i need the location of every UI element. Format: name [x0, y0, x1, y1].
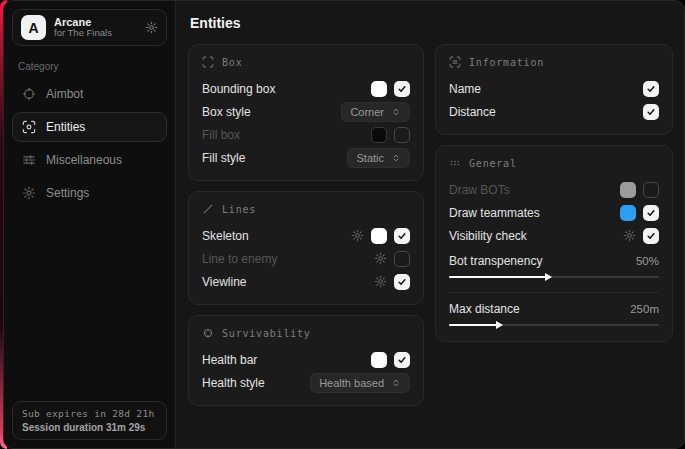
fill-box-color-swatch[interactable]: [371, 127, 387, 143]
distance-checkbox[interactable]: [643, 104, 659, 120]
sidebar-item-label: Aimbot: [46, 87, 83, 101]
slider-label: Bot transpenency: [449, 254, 542, 268]
dropdown-value: Corner: [350, 106, 384, 118]
lines-card-header: Lines: [202, 203, 410, 215]
dropdown-value: Health based: [319, 377, 384, 389]
check-icon: [646, 231, 656, 241]
bot-transparency-slider[interactable]: [449, 272, 659, 282]
app-title-block: Arcane for The Finals: [54, 16, 112, 40]
lines-card-title: Lines: [222, 204, 256, 215]
health-style-dropdown[interactable]: Health based: [310, 373, 410, 393]
sub-expiry-text: Sub expires in 28d 21h: [22, 408, 157, 419]
viewline-checkbox[interactable]: [394, 274, 410, 290]
row-label: Health style: [202, 376, 265, 390]
lines-card: Lines Skeleton: [188, 191, 424, 305]
bot-transparency-value: 50%: [636, 255, 659, 267]
row-label: Draw BOTs: [449, 183, 510, 197]
category-label: Category: [18, 61, 161, 72]
information-card-header: Information: [449, 56, 659, 68]
row-label: Bounding box: [202, 82, 275, 96]
gear-icon[interactable]: [374, 252, 387, 265]
skeleton-row: Skeleton: [202, 224, 410, 247]
skeleton-checkbox[interactable]: [394, 228, 410, 244]
line-to-enemy-checkbox[interactable]: [394, 251, 410, 267]
row-label: Fill style: [202, 151, 245, 165]
chevrons-up-down-icon: [391, 153, 401, 163]
gear-icon[interactable]: [623, 229, 636, 242]
row-label: Box style: [202, 105, 251, 119]
survivability-card: Survivability Health bar: [188, 315, 424, 406]
fill-box-row: Fill box: [202, 123, 410, 146]
bounding-box-checkbox[interactable]: [394, 81, 410, 97]
draw-bots-color-swatch[interactable]: [620, 182, 636, 198]
check-icon: [397, 277, 407, 287]
check-icon: [646, 208, 656, 218]
max-distance-slider[interactable]: [449, 320, 659, 330]
chevrons-up-down-icon: [391, 107, 401, 117]
gear-icon[interactable]: [145, 21, 158, 34]
sidebar-item-aimbot[interactable]: Aimbot: [12, 79, 167, 109]
draw-bots-row: Draw BOTs: [449, 178, 659, 201]
app-brand-card: A Arcane for The Finals: [12, 9, 167, 46]
health-style-row: Health style Health based: [202, 371, 410, 394]
gear-icon[interactable]: [374, 275, 387, 288]
sidebar-item-label: Miscellaneous: [46, 153, 122, 167]
sidebar-item-entities[interactable]: Entities: [12, 112, 167, 142]
box-style-row: Box style Corner: [202, 100, 410, 123]
visibility-check-checkbox[interactable]: [643, 228, 659, 244]
information-card-title: Information: [469, 57, 544, 68]
health-bar-row: Health bar: [202, 348, 410, 371]
line-to-enemy-row: Line to enemy: [202, 247, 410, 270]
slider-fill: [449, 276, 546, 278]
draw-teammates-color-swatch[interactable]: [620, 205, 636, 221]
subscription-status-card: Sub expires in 28d 21h Session duration …: [12, 401, 167, 440]
box-style-dropdown[interactable]: Corner: [341, 102, 410, 122]
row-label: Skeleton: [202, 229, 249, 243]
information-card: Information Name Distance: [435, 44, 673, 135]
gear-icon[interactable]: [351, 229, 364, 242]
row-label: Fill box: [202, 128, 240, 142]
sidebar-item-settings[interactable]: Settings: [12, 178, 167, 208]
draw-teammates-row: Draw teammates: [449, 201, 659, 224]
fill-style-dropdown[interactable]: Static: [347, 148, 410, 168]
gear-icon: [22, 186, 36, 200]
skeleton-color-swatch[interactable]: [371, 228, 387, 244]
bot-transparency-setting: Bot transpenency 50%: [449, 254, 659, 282]
survivability-card-header: Survivability: [202, 327, 410, 339]
dropdown-value: Static: [356, 152, 384, 164]
distance-row: Distance: [449, 100, 659, 123]
line-icon: [202, 203, 214, 215]
window-body: A Arcane for The Finals Category: [3, 0, 685, 449]
check-icon: [646, 107, 656, 117]
chevrons-up-down-icon: [391, 378, 401, 388]
fill-box-checkbox[interactable]: [394, 127, 410, 143]
check-icon: [646, 84, 656, 94]
sliders-icon: [22, 153, 36, 167]
slider-thumb-arrow-icon[interactable]: [496, 321, 503, 329]
sidebar-item-miscellaneous[interactable]: Miscellaneous: [12, 145, 167, 175]
name-checkbox[interactable]: [643, 81, 659, 97]
app-window: A Arcane for The Finals Category: [0, 0, 685, 449]
max-distance-value: 250m: [630, 303, 659, 315]
visibility-check-row: Visibility check: [449, 224, 659, 247]
row-label: Line to enemy: [202, 252, 277, 266]
health-bar-color-swatch[interactable]: [371, 352, 387, 368]
main-content: Entities Box: [176, 1, 685, 448]
survivability-card-title: Survivability: [222, 328, 311, 339]
slider-thumb-arrow-icon[interactable]: [545, 273, 552, 281]
health-bar-checkbox[interactable]: [394, 352, 410, 368]
sidebar-item-label: Settings: [46, 186, 89, 200]
box-card: Box Bounding box Box: [188, 44, 424, 181]
row-label: Draw teammates: [449, 206, 540, 220]
draw-bots-checkbox[interactable]: [643, 182, 659, 198]
row-label: Health bar: [202, 353, 257, 367]
general-card: General Draw BOTs Draw teammates: [435, 145, 673, 342]
draw-teammates-checkbox[interactable]: [643, 205, 659, 221]
bounding-box-color-swatch[interactable]: [371, 81, 387, 97]
viewline-row: Viewline: [202, 270, 410, 293]
fill-style-row: Fill style Static: [202, 146, 410, 169]
check-icon: [397, 84, 407, 94]
box-select-icon: [202, 56, 214, 68]
grip-icon: [449, 157, 461, 169]
slider-fill: [449, 324, 497, 326]
